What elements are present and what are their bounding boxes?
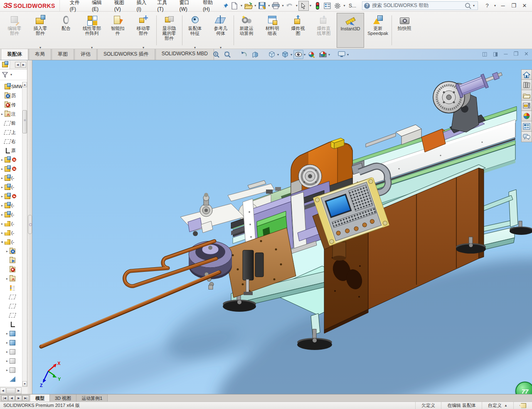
help-button[interactable]: ? bbox=[482, 1, 492, 10]
tab-evaluate[interactable]: 评估 bbox=[74, 49, 97, 60]
collapse-right-pane-icon[interactable]: ◨ bbox=[493, 51, 498, 57]
reference-geometry-button[interactable]: 参考几 何体 bbox=[208, 13, 234, 48]
undo-caret[interactable]: ▾ bbox=[295, 4, 298, 7]
save-caret[interactable]: ▾ bbox=[267, 4, 271, 7]
search-caret[interactable]: ▾ bbox=[472, 4, 476, 7]
smart-fasteners-button[interactable]: 智能扣 件 bbox=[105, 13, 131, 48]
instant3d-button[interactable]: Instant3D bbox=[337, 13, 364, 48]
expand-arrow[interactable] bbox=[0, 167, 4, 171]
panel-splitter[interactable] bbox=[27, 60, 32, 394]
exploded-view-button[interactable]: 爆炸视 图 bbox=[285, 13, 311, 48]
tree-row[interactable]: 原 bbox=[0, 146, 22, 155]
print-icon[interactable] bbox=[271, 1, 281, 11]
tree-row[interactable]: (- bbox=[0, 173, 22, 182]
close-button[interactable]: ✕ bbox=[520, 1, 530, 10]
tree-row[interactable] bbox=[0, 246, 22, 256]
menu-view[interactable]: 视图(V) bbox=[110, 0, 133, 14]
expand-arrow[interactable] bbox=[0, 176, 4, 180]
menu-tools[interactable]: 工具(T) bbox=[153, 0, 175, 14]
expand-arrow[interactable] bbox=[0, 112, 4, 116]
hide-show-items-icon[interactable] bbox=[293, 50, 303, 59]
tree-horizontal-scrollbar[interactable]: ◀ ▶ bbox=[0, 387, 27, 394]
view-orientation-caret[interactable]: ▾ bbox=[277, 53, 279, 57]
view-settings-caret[interactable]: ▾ bbox=[347, 53, 349, 57]
move-component-button[interactable]: 移动零 部件 bbox=[131, 13, 156, 48]
mate-button[interactable]: 配合 bbox=[53, 13, 79, 48]
design-library-icon[interactable] bbox=[521, 80, 532, 90]
view-settings-icon[interactable] bbox=[337, 50, 347, 59]
home-icon[interactable] bbox=[521, 69, 532, 80]
tag-icon[interactable] bbox=[520, 403, 526, 408]
tree-row[interactable] bbox=[0, 329, 22, 338]
search-icon[interactable] bbox=[464, 2, 472, 10]
tree-row[interactable]: (- bbox=[0, 210, 22, 219]
show-hidden-components-button[interactable]: 显示隐 藏的零 部件 bbox=[156, 13, 182, 48]
help-search-input[interactable]: ? 搜索 SOLIDWORKS 帮助 ▾ bbox=[362, 1, 478, 10]
tree-row[interactable]: 历 bbox=[0, 91, 22, 100]
machine-3d-view[interactable]: X Y Z bbox=[32, 60, 532, 394]
tree-row[interactable]: (- bbox=[0, 201, 22, 210]
feature-tree-tab[interactable] bbox=[0, 60, 10, 69]
expand-arrow[interactable] bbox=[5, 277, 9, 281]
collapse-left-pane-icon[interactable]: ◫ bbox=[482, 51, 487, 57]
zoom-to-area-icon[interactable] bbox=[222, 50, 232, 59]
tree-row[interactable] bbox=[0, 283, 22, 292]
tag-icon-cell[interactable] bbox=[513, 402, 532, 409]
expand-arrow[interactable] bbox=[5, 368, 9, 372]
forum-icon[interactable] bbox=[521, 132, 532, 142]
expand-arrow[interactable] bbox=[0, 158, 4, 162]
options-gear-icon[interactable] bbox=[332, 1, 342, 11]
tree-row[interactable] bbox=[0, 320, 22, 329]
properties-icon[interactable] bbox=[323, 1, 332, 11]
tree-row[interactable]: 注 bbox=[0, 109, 22, 118]
previous-view-icon[interactable] bbox=[239, 50, 249, 59]
tree-row[interactable] bbox=[0, 256, 22, 265]
expand-arrow[interactable] bbox=[5, 359, 9, 363]
tree-row[interactable]: 传 bbox=[0, 100, 22, 109]
view-orientation-icon[interactable] bbox=[267, 50, 277, 59]
tree-row[interactable] bbox=[0, 338, 22, 347]
doc-minimize-button[interactable]: ─ bbox=[504, 51, 507, 57]
tab-sw-addins[interactable]: SOLIDWORKS 插件 bbox=[97, 49, 155, 60]
tree-row[interactable]: 前 bbox=[0, 118, 22, 128]
first-tab-arrow[interactable]: |◀ bbox=[1, 395, 8, 401]
assembly-features-button[interactable]: 装配体 特征 bbox=[182, 13, 208, 48]
tab-layout[interactable]: 布局 bbox=[29, 49, 51, 60]
tree-row[interactable]: (- bbox=[0, 182, 22, 192]
tab-assembly[interactable]: 装配体 bbox=[1, 49, 28, 60]
new-document-caret[interactable]: ▾ bbox=[240, 4, 244, 7]
select-cursor-icon[interactable] bbox=[298, 1, 308, 11]
apply-scene-caret[interactable]: ▾ bbox=[328, 53, 330, 57]
expand-arrow[interactable] bbox=[0, 222, 4, 226]
new-document-icon[interactable] bbox=[229, 1, 239, 11]
expand-arrow[interactable] bbox=[5, 332, 9, 335]
tree-row[interactable] bbox=[0, 310, 22, 320]
graphics-viewport[interactable]: X Y Z bbox=[32, 60, 532, 394]
scroll-right-arrow[interactable]: ▶ bbox=[16, 387, 22, 394]
tree-row[interactable] bbox=[0, 356, 22, 365]
tree-row[interactable]: (- bbox=[0, 228, 22, 237]
menu-file[interactable]: 文件(F) bbox=[66, 0, 88, 14]
expand-arrow[interactable] bbox=[5, 249, 9, 253]
tab-sw-mbd[interactable]: SOLIDWORKS MBD bbox=[155, 49, 214, 60]
options-caret[interactable]: ▾ bbox=[342, 4, 346, 7]
edit-appearance-icon[interactable] bbox=[307, 50, 317, 59]
scroll-down-arrow[interactable]: ▼ bbox=[22, 381, 27, 387]
apply-scene-icon[interactable] bbox=[318, 50, 328, 59]
display-style-icon[interactable] bbox=[280, 50, 290, 59]
insert-component-button[interactable]: 插入零 部件 bbox=[27, 13, 53, 48]
expand-arrow[interactable] bbox=[0, 204, 4, 207]
sso-label[interactable]: S... bbox=[349, 3, 356, 9]
tree-row[interactable]: 右 bbox=[0, 137, 22, 146]
tree-row[interactable] bbox=[0, 301, 22, 310]
tree-row[interactable]: (- bbox=[0, 219, 22, 228]
update-speedpak-button[interactable]: 更新 Speedpak bbox=[364, 13, 392, 48]
splitter-handle[interactable] bbox=[28, 215, 32, 234]
file-explorer-icon[interactable] bbox=[521, 90, 532, 101]
open-caret[interactable]: ▾ bbox=[254, 4, 257, 7]
appearances-icon[interactable] bbox=[521, 111, 532, 121]
pane-next-arrow[interactable]: ▶ bbox=[21, 62, 26, 68]
help-caret[interactable]: ▾ bbox=[493, 4, 497, 7]
take-snapshot-button[interactable]: 拍快照 bbox=[392, 13, 417, 48]
custom-status-selector[interactable]: 自定义▲ bbox=[482, 402, 513, 409]
